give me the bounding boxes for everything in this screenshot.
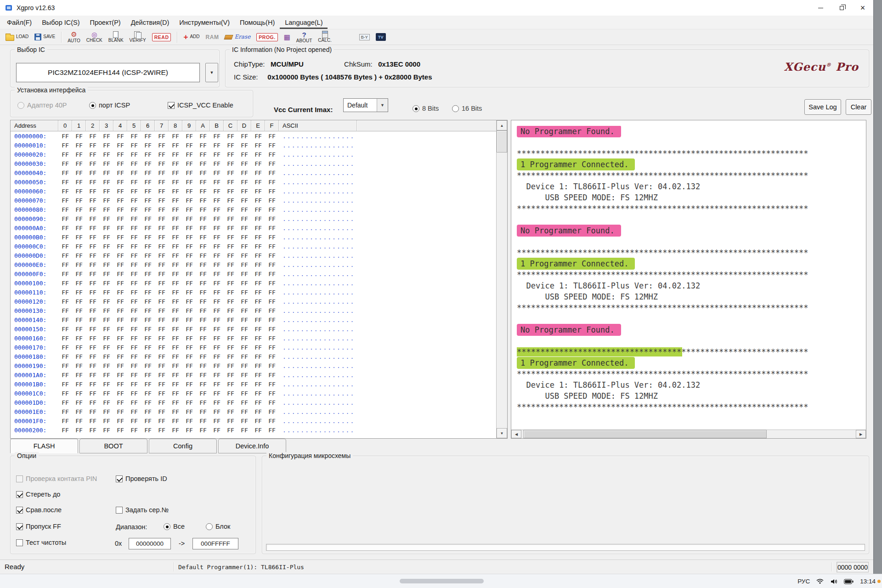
range-start-input[interactable] (129, 538, 171, 549)
tab-device-info[interactable]: Device.Info (218, 439, 286, 453)
toolbar-check-button[interactable]: ◎CHECK (85, 30, 104, 44)
ic-combobox[interactable]: PIC32MZ1024EFH144 (ICSP-2WIRE) (16, 63, 200, 82)
toolbar-read-button[interactable]: READ (150, 30, 173, 44)
scroll-left-arrow[interactable]: ◀ (511, 430, 521, 438)
hex-row[interactable]: 00000120:FFFFFFFFFFFFFFFFFFFFFFFFFFFFFFF… (11, 297, 496, 306)
minimize-button[interactable] (810, 0, 831, 16)
clear-button[interactable]: Clear (846, 99, 871, 115)
clock[interactable]: 13:14 (860, 578, 876, 585)
hex-row[interactable]: 000000A0:FFFFFFFFFFFFFFFFFFFFFFFFFFFFFFF… (11, 223, 496, 232)
language-indicator[interactable]: РУС (797, 578, 810, 585)
erase-before-checkbox[interactable]: Стереть до (16, 491, 60, 498)
hex-row[interactable]: 00000130:FFFFFFFFFFFFFFFFFFFFFFFFFFFFFFF… (11, 306, 496, 315)
hex-row[interactable]: 000000D0:FFFFFFFFFFFFFFFFFFFFFFFFFFFFFFF… (11, 251, 496, 260)
wifi-icon[interactable] (816, 578, 824, 585)
pin-check-checkbox[interactable]: Проверка контакта PIN (16, 475, 97, 482)
range-end-input[interactable] (192, 538, 238, 549)
toolbar-ram-button[interactable]: RAM (204, 30, 221, 44)
hex-row[interactable]: 00000040:FFFFFFFFFFFFFFFFFFFFFFFFFFFFFFF… (11, 168, 496, 177)
hex-row[interactable]: 000001E0:FFFFFFFFFFFFFFFFFFFFFFFFFFFFFFF… (11, 407, 496, 416)
scroll-right-arrow[interactable]: ▶ (856, 430, 866, 438)
toolbar-tv-button[interactable]: TV (374, 30, 388, 44)
hex-row[interactable]: 00000170:FFFFFFFFFFFFFFFFFFFFFFFFFFFFFFF… (11, 343, 496, 352)
hex-row[interactable]: 000001F0:FFFFFFFFFFFFFFFFFFFFFFFFFFFFFFF… (11, 416, 496, 425)
toolbar-auto-button[interactable]: ⚙AUTO (66, 30, 82, 44)
hex-row[interactable]: 00000160:FFFFFFFFFFFFFFFFFFFFFFFFFFFFFFF… (11, 334, 496, 343)
menu-item-6[interactable]: Language(L) (280, 16, 328, 29)
hex-row[interactable]: 000000E0:FFFFFFFFFFFFFFFFFFFFFFFFFFFFFFF… (11, 260, 496, 269)
hex-row[interactable]: 00000050:FFFFFFFFFFFFFFFFFFFFFFFFFFFFFFF… (11, 177, 496, 187)
hex-row[interactable]: 00000020:FFFFFFFFFFFFFFFFFFFFFFFFFFFFFFF… (11, 150, 496, 159)
toolbar-save-button[interactable]: SAVE (33, 30, 57, 44)
toolbar-add-button[interactable]: +ADD (181, 30, 201, 44)
ic-combobox-dropdown-button[interactable]: ▼ (205, 63, 218, 82)
tab-boot[interactable]: BOOT (79, 439, 147, 453)
hex-row[interactable]: 000001C0:FFFFFFFFFFFFFFFFFFFFFFFFFFFFFFF… (11, 389, 496, 398)
range-block-radio[interactable]: Блок (206, 523, 230, 530)
toolbar-about-button[interactable]: ?ABOUT (294, 30, 314, 44)
hex-row[interactable]: 00000190:FFFFFFFFFFFFFFFFFFFFFFFFFFFFFFF… (11, 361, 496, 370)
chip-config-scrollbar[interactable] (266, 544, 865, 551)
toolbar-prog-button[interactable]: PROG. (254, 30, 279, 44)
hex-row[interactable]: 00000200:FFFFFFFFFFFFFFFFFFFFFFFFFFFFFFF… (11, 425, 496, 435)
hex-row[interactable]: 000000B0:FFFFFFFFFFFFFFFFFFFFFFFFFFFFFFF… (11, 232, 496, 242)
scrollbar-thumb[interactable] (523, 430, 767, 438)
bits-16-radio[interactable]: 16 Bits (452, 105, 482, 112)
hex-row[interactable]: 00000180:FFFFFFFFFFFFFFFFFFFFFFFFFFFFFFF… (11, 352, 496, 361)
toolbar-verify-button[interactable]: VERIFY (128, 30, 148, 44)
close-button[interactable]: × (852, 0, 873, 16)
scroll-down-arrow[interactable]: ▼ (497, 428, 507, 438)
tab-flash[interactable]: FLASH (10, 439, 78, 453)
hex-row[interactable]: 00000110:FFFFFFFFFFFFFFFFFFFFFFFFFFFFFFF… (11, 288, 496, 297)
maximize-button[interactable] (831, 0, 852, 16)
range-all-radio[interactable]: Все (164, 523, 185, 530)
hex-row[interactable]: 000001A0:FFFFFFFFFFFFFFFFFFFFFFFFFFFFFFF… (11, 370, 496, 379)
verify-after-checkbox[interactable]: Срав.после (16, 506, 62, 514)
menu-item-5[interactable]: Помощь(H) (235, 16, 280, 29)
set-serial-checkbox[interactable]: Задать сер.№ (116, 506, 169, 514)
toolbar-chip-button[interactable]: ▦ (282, 30, 292, 44)
icsp-port-radio[interactable]: порт ICSP (89, 102, 130, 109)
hex-row[interactable]: 00000090:FFFFFFFFFFFFFFFFFFFFFFFFFFFFFFF… (11, 214, 496, 223)
scrollbar-thumb[interactable] (497, 130, 507, 153)
speaker-icon[interactable] (830, 578, 837, 585)
hex-row[interactable]: 00000070:FFFFFFFFFFFFFFFFFFFFFFFFFFFFFFF… (11, 196, 496, 205)
hex-row[interactable]: 00000010:FFFFFFFFFFFFFFFFFFFFFFFFFFFFFFF… (11, 141, 496, 150)
hex-row[interactable]: 00000140:FFFFFFFFFFFFFFFFFFFFFFFFFFFFFFF… (11, 315, 496, 324)
notification-dot[interactable] (877, 580, 881, 583)
save-log-button[interactable]: Save Log (804, 99, 841, 115)
log-horizontal-scrollbar[interactable]: ◀ ▶ (511, 430, 866, 438)
icsp-vcc-enable-checkbox[interactable]: ICSP_VCC Enable (168, 102, 233, 109)
vcc-select-dropdown-button[interactable]: ▼ (377, 99, 388, 112)
hex-row[interactable]: 00000060:FFFFFFFFFFFFFFFFFFFFFFFFFFFFFFF… (11, 187, 496, 196)
tab-config[interactable]: Config (149, 439, 217, 453)
hex-row[interactable]: 000000C0:FFFFFFFFFFFFFFFFFFFFFFFFFFFFFFF… (11, 242, 496, 251)
check-id-checkbox[interactable]: Проверять ID (116, 475, 167, 482)
vcc-current-select[interactable]: Default ▼ (343, 98, 388, 112)
toolbar-calc-button[interactable]: CALC. (316, 30, 333, 44)
skip-ff-checkbox[interactable]: Пропуск FF (16, 523, 61, 530)
menu-item-1[interactable]: Выбор IC(S) (37, 16, 85, 29)
toolbar-blank-button[interactable]: BLANK (107, 30, 125, 44)
hex-row[interactable]: 00000000:FFFFFFFFFFFFFFFFFFFFFFFFFFFFFFF… (11, 131, 496, 141)
taskbar-center-pill[interactable] (400, 579, 484, 583)
bits-8-radio[interactable]: 8 Bits (413, 105, 439, 112)
menu-item-4[interactable]: Инструменты(V) (174, 16, 235, 29)
toolbar-by-button[interactable]: B-Y (357, 30, 372, 44)
hex-row[interactable]: 000001D0:FFFFFFFFFFFFFFFFFFFFFFFFFFFFFFF… (11, 398, 496, 407)
hex-row[interactable]: 000000F0:FFFFFFFFFFFFFFFFFFFFFFFFFFFFFFF… (11, 269, 496, 278)
hex-row[interactable]: 00000100:FFFFFFFFFFFFFFFFFFFFFFFFFFFFFFF… (11, 278, 496, 288)
hex-row[interactable]: 00000150:FFFFFFFFFFFFFFFFFFFFFFFFFFFFFFF… (11, 324, 496, 334)
menu-item-2[interactable]: Проект(P) (85, 16, 126, 29)
hex-row[interactable]: 000001B0:FFFFFFFFFFFFFFFFFFFFFFFFFFFFFFF… (11, 379, 496, 389)
blank-test-checkbox[interactable]: Тест чистоты (16, 539, 66, 546)
menu-item-0[interactable]: Файл(F) (2, 16, 37, 29)
adapter-40p-radio[interactable]: Адаптер 40P (17, 102, 67, 109)
toolbar-erase-button[interactable]: Erase (223, 30, 252, 44)
toolbar-load-button[interactable]: LOAD (4, 30, 30, 44)
hex-row[interactable]: 00000080:FFFFFFFFFFFFFFFFFFFFFFFFFFFFFFF… (11, 205, 496, 214)
hex-row[interactable]: 00000030:FFFFFFFFFFFFFFFFFFFFFFFFFFFFFFF… (11, 159, 496, 168)
battery-icon[interactable] (844, 579, 854, 584)
scroll-up-arrow[interactable]: ▲ (497, 120, 507, 130)
hex-vertical-scrollbar[interactable]: ▲ ▼ (496, 120, 507, 438)
